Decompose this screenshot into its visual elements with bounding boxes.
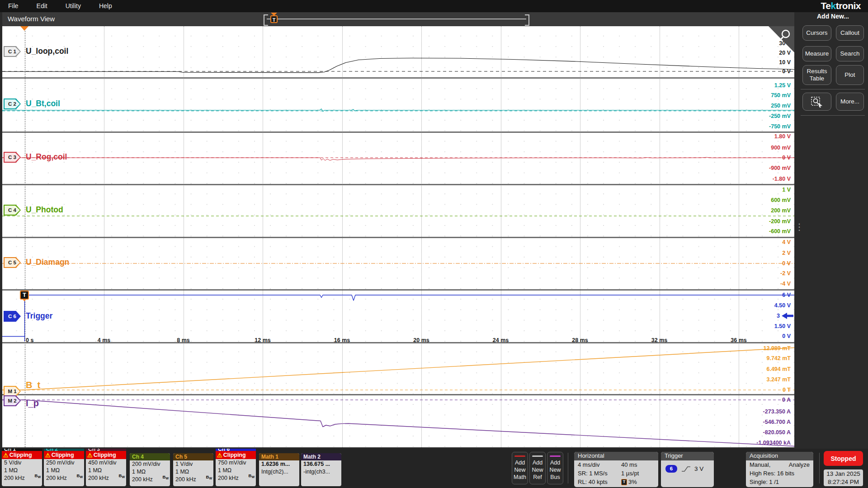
channel-tag-border: C 2 bbox=[4, 99, 21, 109]
channel-tag-c5[interactable]: C 5 bbox=[4, 257, 21, 268]
add-new-ref-button[interactable]: AddNewRef bbox=[529, 452, 546, 484]
channel-badge-ch-3[interactable]: Ch 3⚠Clipping450 mV/div1 MΩ200 kHzBW bbox=[86, 449, 126, 486]
addbtn-word: Math bbox=[514, 474, 526, 481]
sample-rate: SR: 1 MS/s bbox=[578, 469, 608, 478]
scale-label: 250 mV bbox=[771, 103, 791, 109]
channel-tag-c1[interactable]: C 1 bbox=[4, 46, 21, 57]
channel-tag-fill: M 2 bbox=[5, 396, 20, 405]
scale-label: 0 V bbox=[782, 333, 791, 339]
badge-row: 200 kHzBW bbox=[173, 476, 213, 483]
add-new-header: Add New... bbox=[798, 13, 868, 20]
menu-bar: FileEditUtilityHelp bbox=[0, 0, 868, 12]
menu-file[interactable]: File bbox=[0, 0, 28, 12]
channel-name-c6[interactable]: Trigger bbox=[26, 311, 52, 321]
trigger-t-icon: T bbox=[270, 15, 278, 23]
time-axis-label: 20 ms bbox=[413, 337, 429, 343]
bw-w: W bbox=[38, 475, 41, 479]
channel-badge-math-2[interactable]: Math 2136.675 ...-intg(ch3... bbox=[301, 453, 341, 486]
acquisition-window-indicator[interactable]: T bbox=[264, 14, 529, 24]
waveform-plot[interactable]: T 30 V20 V10 V0 V1.25 V750 mV250 mV-250 … bbox=[2, 26, 794, 447]
scale-label: 0 V bbox=[782, 68, 791, 75]
clipping-label: Clipping bbox=[223, 451, 246, 459]
channel-name-c3[interactable]: U_Rog,coil bbox=[26, 152, 67, 162]
scale-label: -273.350 A bbox=[763, 408, 791, 415]
run-stop-status-button[interactable]: Stopped bbox=[824, 451, 863, 466]
channel-tag-c2[interactable]: C 2 bbox=[4, 99, 21, 109]
trigger-level-value: 3 V bbox=[694, 465, 703, 472]
channel-name-c2[interactable]: U_Bt,coil bbox=[26, 99, 60, 108]
measure-button[interactable]: Measure bbox=[802, 46, 831, 61]
callout-button[interactable]: Callout bbox=[836, 25, 864, 41]
scale-label: 0 A bbox=[782, 397, 791, 403]
add-new-bus-button[interactable]: AddNewBus bbox=[547, 452, 563, 484]
time-axis-label: 12 ms bbox=[255, 337, 270, 343]
horizontal-panel[interactable]: Horizontal 4 ms/div40 ms SR: 1 MS/s1 µs/… bbox=[574, 452, 658, 487]
channel-name-c5[interactable]: U_Diamagn bbox=[26, 258, 69, 267]
channel-badge-ch-2[interactable]: Ch 2⚠Clipping250 mV/div1 MΩ200 kHzBW bbox=[44, 449, 84, 486]
scale-label: 2 V bbox=[782, 250, 791, 256]
menu-utility[interactable]: Utility bbox=[57, 0, 90, 12]
channel-badge-ch-6[interactable]: Ch 6⚠Clipping750 mV/div1 MΩ200 kHzBW bbox=[216, 449, 256, 486]
trace-Trigger bbox=[2, 295, 794, 341]
scale-label: 1 V bbox=[782, 187, 791, 193]
acquisition-panel[interactable]: Acquisition Manual,Analyze High Res: 16 … bbox=[746, 452, 813, 487]
warning-icon: ⚠ bbox=[45, 452, 51, 458]
scale-label: 4 V bbox=[782, 239, 791, 245]
scale-label: -820.050 A bbox=[763, 429, 791, 436]
clipping-warning: ⚠Clipping bbox=[86, 451, 126, 459]
results-table-button[interactable]: Results Table bbox=[802, 65, 831, 85]
channel-name-m1[interactable]: B_t bbox=[26, 380, 40, 390]
trigger-position-top-icon[interactable] bbox=[20, 26, 28, 31]
badge-row: -intg(ch3... bbox=[301, 468, 341, 476]
trigger-panel[interactable]: Trigger 6 3 V bbox=[661, 452, 714, 487]
scale-label: -4 V bbox=[780, 281, 791, 287]
channel-badge-ch-4[interactable]: Ch 4200 mV/div1 MΩ200 kHzBW bbox=[130, 453, 170, 486]
scale-label: 0 T bbox=[783, 387, 791, 393]
channel-badge-ch-5[interactable]: Ch 51 V/div1 MΩ200 kHzBW bbox=[173, 453, 213, 486]
scale-label: 10 V bbox=[779, 59, 791, 66]
channel-tag-c4[interactable]: C 4 bbox=[4, 205, 21, 216]
cursors-button[interactable]: Cursors bbox=[802, 25, 831, 41]
sidebar-divider bbox=[801, 115, 865, 116]
bandwidth-limit-icon: BW bbox=[35, 472, 41, 481]
trace-U_Rog,coil bbox=[2, 157, 794, 160]
channel-name-c1[interactable]: U_loop,coil bbox=[26, 47, 68, 56]
zoom-select-button[interactable] bbox=[802, 93, 831, 111]
channel-tag-c6[interactable]: C 6 bbox=[4, 311, 21, 322]
trigger-level-t-marker[interactable]: T bbox=[20, 291, 29, 300]
bw-w: W bbox=[122, 475, 125, 479]
trace-U_loop,coil bbox=[2, 58, 794, 73]
add-new-math-button[interactable]: AddNewMath bbox=[512, 452, 528, 484]
warning-icon: ⚠ bbox=[217, 452, 222, 458]
trigger-position-flag[interactable]: T bbox=[269, 13, 278, 23]
channel-tag-fill: C 2 bbox=[5, 99, 20, 108]
sample-interval: 1 µs/pt bbox=[621, 469, 639, 478]
addbtn-word: Bus bbox=[550, 474, 560, 481]
channel-name-c4[interactable]: U_Photod bbox=[26, 205, 63, 215]
scale-label: 200 mV bbox=[771, 207, 791, 214]
bw-w: W bbox=[80, 475, 83, 479]
menu-edit[interactable]: Edit bbox=[28, 0, 57, 12]
menu-help[interactable]: Help bbox=[90, 0, 121, 12]
channel-name-m2[interactable]: I_p bbox=[26, 398, 39, 408]
time-text: 8:27:24 PM bbox=[824, 478, 863, 486]
badge-row: 200 kHzBW bbox=[2, 474, 42, 482]
channel-badge-ch-1[interactable]: Ch 1⚠Clipping5 V/div1 MΩ200 kHzBW bbox=[2, 449, 42, 486]
scale-label: -1.80 V bbox=[773, 176, 791, 182]
trigger-panel-header: Trigger bbox=[661, 452, 714, 460]
search-button[interactable]: Search bbox=[836, 46, 864, 61]
clipping-label: Clipping bbox=[9, 451, 32, 459]
rising-edge-icon bbox=[681, 465, 691, 473]
channel-badge-math-1[interactable]: Math 11.6236 m...Intg(ch2)... bbox=[259, 453, 299, 486]
channel-tag-m2[interactable]: M 2 bbox=[4, 395, 21, 406]
badge-row: 450 mV/div bbox=[86, 459, 126, 467]
more-button[interactable]: More... bbox=[836, 93, 864, 111]
trigger-source-badge: 6 bbox=[665, 465, 677, 473]
scale-label: 12.989 mT bbox=[764, 345, 791, 352]
channel-tag-c3[interactable]: C 3 bbox=[4, 152, 21, 163]
plot-button[interactable]: Plot bbox=[836, 65, 864, 85]
acquisition-panel-header: Acquisition bbox=[746, 452, 813, 460]
channel-separator bbox=[2, 237, 794, 238]
trigger-level-arrow-icon[interactable] bbox=[781, 312, 793, 321]
scale-label: 4.50 V bbox=[774, 302, 791, 309]
